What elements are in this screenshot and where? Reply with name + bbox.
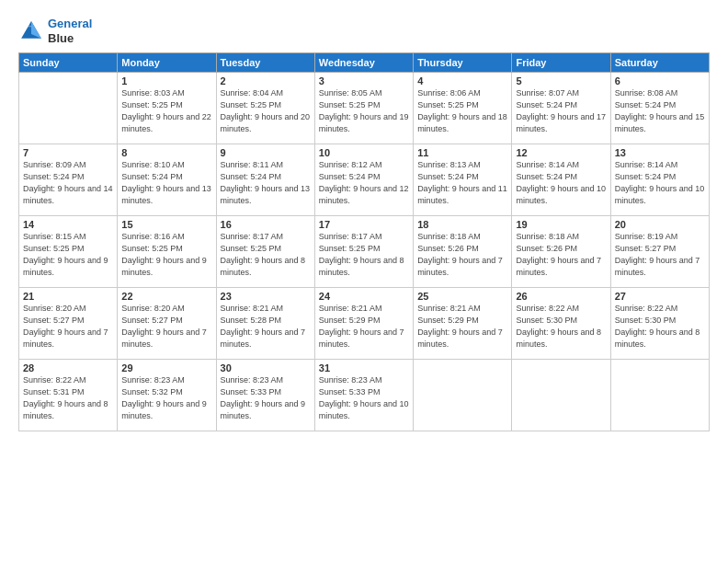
calendar-cell: 13Sunrise: 8:14 AMSunset: 5:24 PMDayligh…: [610, 144, 709, 216]
calendar-table: SundayMondayTuesdayWednesdayThursdayFrid…: [18, 52, 710, 431]
day-number: 21: [23, 291, 113, 302]
day-info: Sunrise: 8:09 AMSunset: 5:24 PMDaylight:…: [23, 159, 113, 207]
day-info: Sunrise: 8:23 AMSunset: 5:32 PMDaylight:…: [121, 374, 211, 422]
calendar-week-1: 1Sunrise: 8:03 AMSunset: 5:25 PMDaylight…: [19, 73, 710, 144]
calendar-week-3: 14Sunrise: 8:15 AMSunset: 5:25 PMDayligh…: [19, 216, 710, 288]
logo-text: General Blue: [48, 17, 92, 45]
day-info: Sunrise: 8:17 AMSunset: 5:25 PMDaylight:…: [221, 231, 311, 279]
day-number: 17: [319, 219, 409, 230]
calendar-header-tuesday: Tuesday: [216, 53, 314, 73]
calendar-cell: 29Sunrise: 8:23 AMSunset: 5:32 PMDayligh…: [118, 360, 216, 431]
day-info: Sunrise: 8:21 AMSunset: 5:29 PMDaylight:…: [319, 303, 409, 350]
day-info: Sunrise: 8:23 AMSunset: 5:33 PMDaylight:…: [319, 374, 409, 422]
day-number: 18: [417, 219, 507, 230]
day-info: Sunrise: 8:05 AMSunset: 5:25 PMDaylight:…: [319, 87, 409, 135]
calendar-cell: 6Sunrise: 8:08 AMSunset: 5:24 PMDaylight…: [610, 73, 709, 144]
day-number: 14: [23, 219, 113, 230]
calendar-cell: [19, 73, 118, 144]
day-number: 13: [615, 147, 705, 158]
day-info: Sunrise: 8:03 AMSunset: 5:25 PMDaylight:…: [121, 87, 211, 135]
calendar-header-saturday: Saturday: [610, 53, 709, 73]
svg-rect-2: [23, 25, 31, 27]
calendar-cell: 5Sunrise: 8:07 AMSunset: 5:24 PMDaylight…: [512, 73, 610, 144]
day-number: 2: [221, 75, 311, 86]
calendar-header-monday: Monday: [118, 53, 216, 73]
calendar-cell: 21Sunrise: 8:20 AMSunset: 5:27 PMDayligh…: [19, 288, 118, 360]
day-number: 1: [121, 75, 211, 86]
calendar-header-friday: Friday: [512, 53, 610, 73]
day-number: 16: [221, 219, 311, 230]
calendar-header-row: SundayMondayTuesdayWednesdayThursdayFrid…: [19, 53, 710, 73]
day-info: Sunrise: 8:21 AMSunset: 5:29 PMDaylight:…: [417, 303, 507, 350]
calendar-cell: 1Sunrise: 8:03 AMSunset: 5:25 PMDaylight…: [118, 73, 216, 144]
day-info: Sunrise: 8:11 AMSunset: 5:24 PMDaylight:…: [221, 159, 311, 207]
calendar-cell: 3Sunrise: 8:05 AMSunset: 5:25 PMDaylight…: [314, 73, 413, 144]
day-info: Sunrise: 8:18 AMSunset: 5:26 PMDaylight:…: [516, 231, 606, 279]
day-number: 15: [121, 219, 211, 230]
day-number: 7: [23, 147, 113, 158]
calendar-header-wednesday: Wednesday: [314, 53, 413, 73]
day-info: Sunrise: 8:10 AMSunset: 5:24 PMDaylight:…: [121, 159, 211, 207]
day-number: 30: [221, 362, 311, 373]
calendar-week-5: 28Sunrise: 8:22 AMSunset: 5:31 PMDayligh…: [19, 360, 710, 431]
calendar-header-sunday: Sunday: [19, 53, 118, 73]
day-info: Sunrise: 8:13 AMSunset: 5:24 PMDaylight:…: [417, 159, 507, 207]
day-info: Sunrise: 8:12 AMSunset: 5:24 PMDaylight:…: [319, 159, 409, 207]
calendar-cell: 9Sunrise: 8:11 AMSunset: 5:24 PMDaylight…: [216, 144, 314, 216]
day-number: 28: [23, 362, 113, 373]
calendar-header-thursday: Thursday: [414, 53, 512, 73]
header: General Blue: [18, 17, 710, 45]
calendar-cell: 25Sunrise: 8:21 AMSunset: 5:29 PMDayligh…: [414, 288, 512, 360]
calendar-cell: 22Sunrise: 8:20 AMSunset: 5:27 PMDayligh…: [118, 288, 216, 360]
calendar-cell: 12Sunrise: 8:14 AMSunset: 5:24 PMDayligh…: [512, 144, 610, 216]
day-number: 10: [319, 147, 409, 158]
logo-icon: [18, 18, 44, 44]
day-info: Sunrise: 8:06 AMSunset: 5:25 PMDaylight:…: [417, 87, 507, 135]
day-number: 4: [417, 75, 507, 86]
day-number: 22: [121, 291, 211, 302]
day-info: Sunrise: 8:23 AMSunset: 5:33 PMDaylight:…: [221, 374, 311, 422]
day-number: 3: [319, 75, 409, 86]
calendar-cell: 26Sunrise: 8:22 AMSunset: 5:30 PMDayligh…: [512, 288, 610, 360]
day-number: 12: [516, 147, 606, 158]
calendar-cell: 24Sunrise: 8:21 AMSunset: 5:29 PMDayligh…: [314, 288, 413, 360]
calendar-cell: 17Sunrise: 8:17 AMSunset: 5:25 PMDayligh…: [314, 216, 413, 288]
day-number: 20: [615, 219, 705, 230]
day-info: Sunrise: 8:19 AMSunset: 5:27 PMDaylight:…: [615, 231, 705, 279]
calendar-week-4: 21Sunrise: 8:20 AMSunset: 5:27 PMDayligh…: [19, 288, 710, 360]
calendar-week-2: 7Sunrise: 8:09 AMSunset: 5:24 PMDaylight…: [19, 144, 710, 216]
day-info: Sunrise: 8:04 AMSunset: 5:25 PMDaylight:…: [221, 87, 311, 135]
day-number: 25: [417, 291, 507, 302]
day-info: Sunrise: 8:22 AMSunset: 5:30 PMDaylight:…: [615, 303, 705, 350]
calendar-cell: 7Sunrise: 8:09 AMSunset: 5:24 PMDaylight…: [19, 144, 118, 216]
day-info: Sunrise: 8:14 AMSunset: 5:24 PMDaylight:…: [516, 159, 606, 207]
day-number: 6: [615, 75, 705, 86]
day-info: Sunrise: 8:17 AMSunset: 5:25 PMDaylight:…: [319, 231, 409, 279]
day-number: 11: [417, 147, 507, 158]
calendar-cell: 14Sunrise: 8:15 AMSunset: 5:25 PMDayligh…: [19, 216, 118, 288]
calendar-cell: 31Sunrise: 8:23 AMSunset: 5:33 PMDayligh…: [314, 360, 413, 431]
calendar-cell: [414, 360, 512, 431]
day-number: 8: [121, 147, 211, 158]
day-number: 19: [516, 219, 606, 230]
day-number: 9: [221, 147, 311, 158]
day-info: Sunrise: 8:18 AMSunset: 5:26 PMDaylight:…: [417, 231, 507, 279]
day-info: Sunrise: 8:20 AMSunset: 5:27 PMDaylight:…: [23, 303, 113, 350]
calendar-cell: 11Sunrise: 8:13 AMSunset: 5:24 PMDayligh…: [414, 144, 512, 216]
day-number: 27: [615, 291, 705, 302]
day-info: Sunrise: 8:14 AMSunset: 5:24 PMDaylight:…: [615, 159, 705, 207]
calendar-cell: 16Sunrise: 8:17 AMSunset: 5:25 PMDayligh…: [216, 216, 314, 288]
day-info: Sunrise: 8:08 AMSunset: 5:24 PMDaylight:…: [615, 87, 705, 135]
day-info: Sunrise: 8:15 AMSunset: 5:25 PMDaylight:…: [23, 231, 113, 279]
calendar-cell: 28Sunrise: 8:22 AMSunset: 5:31 PMDayligh…: [19, 360, 118, 431]
calendar-cell: 27Sunrise: 8:22 AMSunset: 5:30 PMDayligh…: [610, 288, 709, 360]
calendar-cell: [610, 360, 709, 431]
calendar-cell: 10Sunrise: 8:12 AMSunset: 5:24 PMDayligh…: [314, 144, 413, 216]
calendar-cell: 8Sunrise: 8:10 AMSunset: 5:24 PMDaylight…: [118, 144, 216, 216]
day-info: Sunrise: 8:07 AMSunset: 5:24 PMDaylight:…: [516, 87, 606, 135]
logo: General Blue: [18, 17, 92, 45]
day-number: 31: [319, 362, 409, 373]
calendar-cell: 19Sunrise: 8:18 AMSunset: 5:26 PMDayligh…: [512, 216, 610, 288]
day-info: Sunrise: 8:21 AMSunset: 5:28 PMDaylight:…: [221, 303, 311, 350]
day-number: 23: [221, 291, 311, 302]
